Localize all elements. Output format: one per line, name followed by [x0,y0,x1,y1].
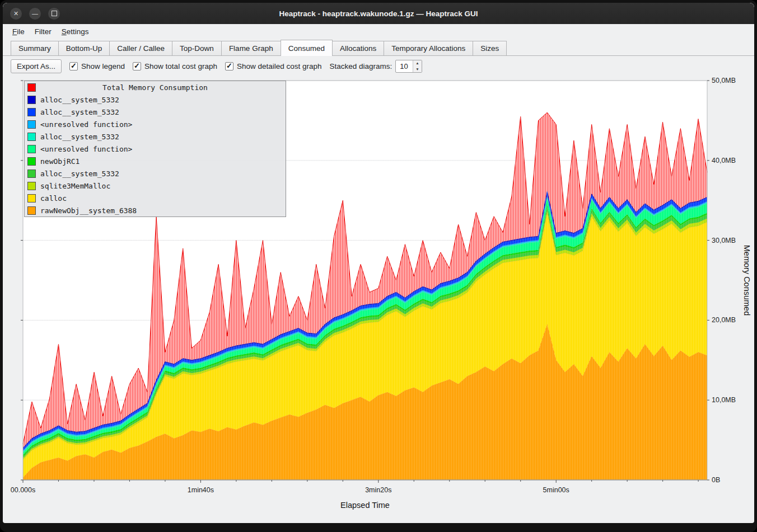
checkbox-show-total-cost-graph[interactable]: Show total cost graph [133,62,217,70]
window-frame: ✕ — Heaptrack - heaptrack.wakunode.1.gz … [0,0,757,532]
legend-swatch [27,108,36,116]
menu-item-filter[interactable]: Filter [30,25,57,38]
y-tick-label: 30,0MB [712,237,736,244]
spin-down-button[interactable]: ▼ [413,66,421,72]
y-tick-label: 20,0MB [712,316,736,324]
legend-swatch [27,120,36,129]
x-tick-label: 1min40s [188,486,214,494]
x-tick-label: 3min20s [365,486,391,494]
legend-row-1: alloc__system_5332 [25,93,286,106]
legend-row-0: Total Memory Consumption [25,81,286,93]
chart-area: Total Memory Consumptionalloc__system_53… [3,76,754,523]
tab-temporary-allocations[interactable]: Temporary Allocations [384,41,473,55]
toolbar-checkboxes: Show legendShow total cost graphShow det… [69,62,322,70]
menubar: FileFilterSettings [3,24,754,39]
checkbox-box [133,62,141,70]
legend-entry-label: alloc__system_5332 [40,133,119,141]
y-tick-label: 50,0MB [712,77,736,84]
legend-row-2: alloc__system_5332 [25,106,286,118]
spin-up-button[interactable]: ▲ [413,60,421,67]
checkbox-show-legend[interactable]: Show legend [69,62,125,70]
checkbox-box [225,62,233,70]
legend-row-5: <unresolved function> [25,143,286,155]
close-button[interactable]: ✕ [10,8,22,20]
legend-entry-label: rawNewObj__system_6388 [40,206,137,215]
legend-entry-label: sqlite3MemMalloc [40,182,110,190]
legend-row-3: <unresolved function> [25,118,286,130]
x-axis-title: Elapsed Time [340,501,390,510]
tab-bottom-up[interactable]: Bottom-Up [58,41,110,55]
stacked-diagrams-spinbox[interactable]: 10 ▲ ▼ [395,60,422,73]
x-tick-label: 00.000s [11,486,35,494]
legend-entry-label: alloc__system_5332 [40,170,119,178]
checkbox-show-detailed-cost-graph[interactable]: Show detailed cost graph [225,62,322,70]
legend-entry-label: alloc__system_5332 [40,96,119,104]
legend-entry-label: calloc [40,194,67,203]
y-tick-label: 40,0MB [712,157,736,164]
legend-swatch [27,194,36,203]
legend-row-10: rawNewObj__system_6388 [25,204,286,216]
legend-swatch [27,157,36,166]
stacked-diagrams-value[interactable]: 10 [396,60,413,72]
tabbar: SummaryBottom-UpCaller / CalleeTop-DownF… [3,39,754,56]
legend-swatch [27,83,36,92]
legend-entry-label: Total Memory Consumption [40,83,270,92]
legend-swatch [27,145,36,153]
stacked-diagrams-label: Stacked diagrams: [330,62,392,70]
legend-swatch [27,170,36,178]
tab-sizes[interactable]: Sizes [473,41,507,55]
spin-buttons: ▲ ▼ [413,60,421,72]
legend-swatch [27,182,36,190]
checkbox-box [69,62,78,70]
legend-swatch [27,133,36,141]
legend-entry-label: <unresolved function> [40,145,132,153]
minimize-button[interactable]: — [29,8,41,20]
legend-entry-label: newObjRC1 [40,157,80,166]
tab-allocations[interactable]: Allocations [333,41,384,55]
stacked-diagrams-group: Stacked diagrams: 10 ▲ ▼ [330,60,422,73]
legend-row-6: newObjRC1 [25,155,286,167]
tab-consumed[interactable]: Consumed [281,40,333,56]
legend-swatch [27,206,36,215]
menu-item-settings[interactable]: Settings [57,25,94,38]
legend-row-8: sqlite3MemMalloc [25,180,286,192]
titlebar[interactable]: ✕ — Heaptrack - heaptrack.wakunode.1.gz … [3,3,754,24]
chart-legend: Total Memory Consumptionalloc__system_53… [24,81,286,217]
heaptrack-window: ✕ — Heaptrack - heaptrack.wakunode.1.gz … [3,3,754,523]
export-as-button[interactable]: Export As... [11,59,62,73]
maximize-button[interactable] [48,8,60,20]
toolbar: Export As... Show legendShow total cost … [3,56,754,76]
legend-swatch [27,96,36,104]
legend-entry-label: alloc__system_5332 [40,108,119,116]
tab-summary[interactable]: Summary [11,41,58,55]
legend-row-9: calloc [25,192,286,204]
y-tick-label: 0B [712,476,720,484]
tab-caller-callee[interactable]: Caller / Callee [109,41,172,55]
checkbox-label: Show detailed cost graph [237,62,322,70]
legend-entry-label: <unresolved function> [40,120,132,129]
legend-row-4: alloc__system_5332 [25,130,286,143]
x-tick-label: 5min00s [543,486,569,494]
window-title: Heaptrack - heaptrack.wakunode.1.gz — He… [279,10,478,18]
checkbox-label: Show legend [81,62,125,70]
window-controls: ✕ — [10,3,60,24]
y-tick-label: 10,0MB [712,396,736,404]
legend-row-7: alloc__system_5332 [25,167,286,180]
checkbox-label: Show total cost graph [144,62,217,70]
tab-top-down[interactable]: Top-Down [172,41,221,55]
menu-item-file[interactable]: File [7,25,30,38]
tab-flame-graph[interactable]: Flame Graph [221,41,281,55]
y-axis-title: Memory Consumed [742,245,751,316]
